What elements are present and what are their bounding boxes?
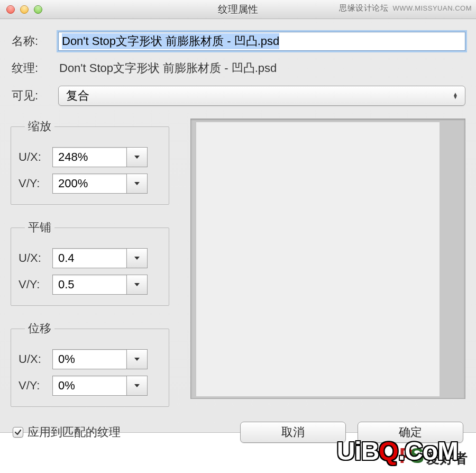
parameter-groups: 缩放 U/X: 248% V/Y: 200% bbox=[11, 119, 169, 407]
offset-vy-input[interactable]: 0% bbox=[52, 376, 126, 396]
row-visible: 可见: 复合 ▲▼ bbox=[11, 86, 465, 106]
offset-vy-stepper[interactable] bbox=[126, 376, 148, 396]
visible-select-value: 复合 bbox=[66, 88, 89, 104]
close-button[interactable] bbox=[6, 5, 15, 14]
apply-to-matched-checkbox[interactable]: 应用到匹配的纹理 bbox=[13, 424, 121, 440]
watermark-top: 思缘设计论坛 WWW.MISSYUAN.COM bbox=[339, 3, 472, 13]
body-row: 缩放 U/X: 248% V/Y: 200% bbox=[11, 119, 465, 407]
dialog-texture-properties: 纹理属性 思缘设计论坛 WWW.MISSYUAN.COM 名称: Don't S… bbox=[0, 0, 476, 433]
chevron-down-icon bbox=[134, 156, 140, 159]
window-controls bbox=[6, 5, 42, 14]
label-texture: 纹理: bbox=[11, 60, 58, 76]
group-offset: 位移 U/X: 0% V/Y: 0% bbox=[11, 321, 169, 407]
offset-ux-label: U/X: bbox=[19, 352, 52, 366]
offset-vy-label: V/Y: bbox=[19, 379, 52, 393]
group-scale-title: 缩放 bbox=[25, 119, 54, 134]
row-name: 名称: Don't Stop文字形状 前膨胀材质 - 凹凸.psd bbox=[11, 32, 465, 51]
group-tile: 平铺 U/X: 0.4 V/Y: 0.5 bbox=[11, 220, 169, 306]
row-texture: 纹理: Don't Stop文字形状 前膨胀材质 - 凹凸.psd bbox=[11, 58, 465, 78]
group-scale: 缩放 U/X: 248% V/Y: 200% bbox=[11, 119, 169, 205]
texture-preview bbox=[190, 119, 465, 399]
visible-select[interactable]: 复合 ▲▼ bbox=[58, 86, 465, 106]
tile-ux-input[interactable]: 0.4 bbox=[52, 248, 126, 268]
chevron-down-icon bbox=[134, 384, 140, 387]
chevron-down-icon bbox=[134, 358, 140, 361]
scale-ux-input[interactable]: 248% bbox=[52, 147, 126, 167]
group-offset-title: 位移 bbox=[25, 321, 54, 336]
cancel-button[interactable]: 取消 bbox=[240, 422, 346, 443]
tile-vy-row: V/Y: 0.5 bbox=[19, 275, 161, 295]
scale-ux-label: U/X: bbox=[19, 150, 52, 164]
scale-vy-row: V/Y: 200% bbox=[19, 174, 161, 194]
select-arrows-icon: ▲▼ bbox=[451, 93, 460, 99]
texture-value: Don't Stop文字形状 前膨胀材质 - 凹凸.psd bbox=[58, 58, 465, 78]
tile-ux-label: U/X: bbox=[19, 251, 52, 265]
tile-ux-stepper[interactable] bbox=[126, 248, 148, 268]
offset-ux-input[interactable]: 0% bbox=[52, 349, 126, 369]
texture-preview-inner bbox=[196, 122, 440, 396]
scale-vy-stepper[interactable] bbox=[126, 174, 148, 194]
dialog-content: 名称: Don't Stop文字形状 前膨胀材质 - 凹凸.psd 纹理: Do… bbox=[0, 19, 476, 443]
scale-ux-stepper[interactable] bbox=[126, 147, 148, 167]
tile-vy-input[interactable]: 0.5 bbox=[52, 275, 126, 295]
zoom-button[interactable] bbox=[34, 5, 42, 14]
offset-vy-row: V/Y: 0% bbox=[19, 376, 161, 396]
label-name: 名称: bbox=[11, 33, 58, 49]
chevron-down-icon bbox=[134, 257, 140, 260]
scale-vy-input[interactable]: 200% bbox=[52, 174, 126, 194]
watermark-bottom-uibq: UiBQ.CoM bbox=[337, 436, 458, 466]
name-input[interactable]: Don't Stop文字形状 前膨胀材质 - 凹凸.psd bbox=[58, 32, 465, 51]
tile-vy-label: V/Y: bbox=[19, 278, 52, 292]
tile-ux-row: U/X: 0.4 bbox=[19, 248, 161, 268]
chevron-down-icon bbox=[134, 283, 140, 286]
offset-ux-stepper[interactable] bbox=[126, 349, 148, 369]
name-input-value: Don't Stop文字形状 前膨胀材质 - 凹凸.psd bbox=[62, 33, 279, 49]
apply-to-matched-label: 应用到匹配的纹理 bbox=[28, 424, 121, 440]
label-visible: 可见: bbox=[11, 88, 58, 104]
minimize-button[interactable] bbox=[20, 5, 29, 14]
offset-ux-row: U/X: 0% bbox=[19, 349, 161, 369]
scale-vy-label: V/Y: bbox=[19, 177, 52, 190]
chevron-down-icon bbox=[134, 182, 140, 185]
checkbox-box bbox=[13, 427, 23, 438]
group-tile-title: 平铺 bbox=[25, 220, 54, 235]
scale-ux-row: U/X: 248% bbox=[19, 147, 161, 167]
checkmark-icon bbox=[14, 429, 22, 436]
tile-vy-stepper[interactable] bbox=[126, 275, 148, 295]
titlebar: 纹理属性 思缘设计论坛 WWW.MISSYUAN.COM bbox=[0, 0, 476, 19]
